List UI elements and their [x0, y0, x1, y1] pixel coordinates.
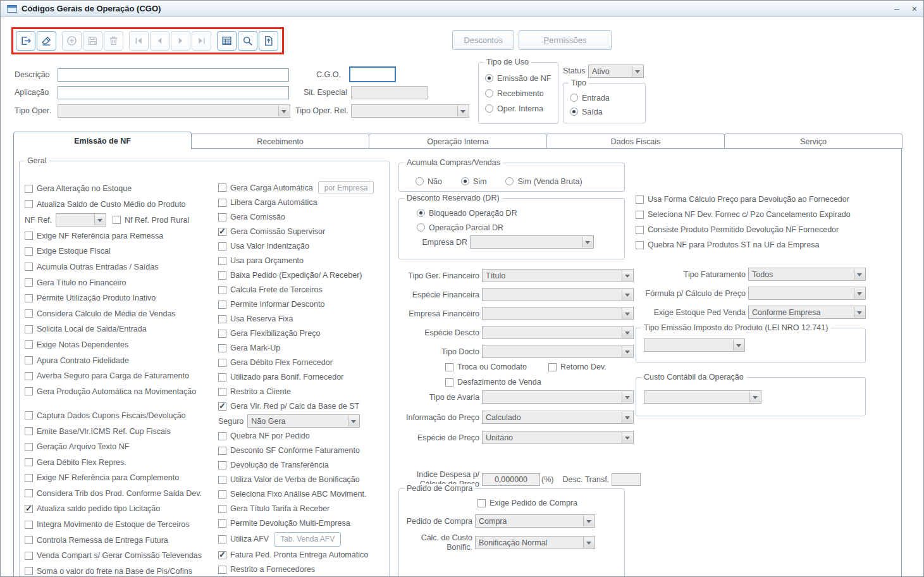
checkbox-row[interactable]: Devolução de Transferência [218, 459, 388, 471]
cgo-input[interactable] [349, 66, 396, 82]
field-dropdown[interactable]: Unitário [482, 431, 634, 444]
checkbox-row[interactable]: Usa para Orçamento [218, 254, 388, 267]
radio-row[interactable]: Operação Parcial DR [417, 222, 517, 233]
checkbox-row[interactable]: Calcula Frete de Terceiros [218, 283, 388, 296]
indice-despesa-input[interactable] [482, 473, 540, 486]
field-dropdown[interactable] [482, 345, 634, 358]
checkbox-row[interactable]: Seleciona Fixo Análise ABC Moviment. [218, 488, 388, 500]
last-record-button[interactable] [192, 31, 211, 51]
exige-pedido-compra-checkbox-row[interactable]: Exige Pedido de Compra [477, 497, 577, 509]
add-button[interactable] [62, 31, 82, 51]
tipo-emissao-imposto-dropdown[interactable] [644, 338, 745, 352]
next-record-button[interactable] [171, 31, 190, 51]
checkbox-row[interactable]: Gera Alteração no Estoque [25, 182, 216, 195]
tab[interactable]: Emissão de NF [13, 132, 192, 149]
utiliza-afv-checkbox-row[interactable]: Utiliza AFV [218, 533, 269, 545]
field-dropdown[interactable]: Título [482, 269, 634, 282]
field-dropdown[interactable] [482, 390, 634, 404]
checkbox-row[interactable]: Gera Produção Automática na Movimentação [25, 385, 216, 398]
checkbox-row[interactable]: Gera Comissão Supervisor [218, 225, 388, 238]
field-dropdown[interactable] [482, 288, 634, 301]
checkbox-row[interactable]: Captura Dados Cupons Fiscais/Devolução [25, 409, 216, 422]
checkbox-row[interactable]: Utilizado para Bonif. Fornecedor [218, 371, 388, 383]
checkbox-row[interactable]: Gera Título Tarifa à Receber [218, 502, 388, 515]
permissoes-button[interactable]: Permissões [519, 30, 612, 50]
descricao-input[interactable] [58, 68, 289, 82]
checkbox-row[interactable]: Gera Comissão [218, 211, 388, 223]
checkbox-row[interactable]: Gera Vlr. Red p/ Calc da Base de ST [218, 400, 388, 413]
minimize-button[interactable]: – [894, 4, 899, 14]
radio-row[interactable]: Não [416, 176, 442, 187]
radio-row[interactable]: Recebimento [485, 88, 558, 99]
checkbox-row[interactable]: Libera Carga Automática [218, 196, 388, 209]
field-dropdown[interactable]: Calculado [482, 411, 634, 424]
desc-transf-input[interactable] [612, 473, 641, 486]
checkbox-row[interactable]: Integra Movimento de Estoque de Terceiro… [25, 518, 216, 531]
field-dropdown[interactable] [482, 307, 634, 320]
save-button[interactable] [83, 31, 102, 51]
delete-button[interactable] [104, 31, 123, 51]
checkbox-row[interactable]: Consiste Produto Permitido Devolução NF … [636, 223, 890, 236]
checkbox-row[interactable]: Gera Débito Flex Fornecedor [218, 356, 388, 369]
checkbox-row[interactable]: Gera Título no Financeiro [25, 276, 216, 289]
checkbox-row[interactable]: Usa Forma Cálculo Preço para Devolução a… [636, 193, 890, 206]
exit-button[interactable] [16, 31, 35, 51]
radio-row[interactable]: Entrada [570, 92, 645, 103]
field-dropdown[interactable]: Conforme Empresa [748, 306, 866, 319]
radio-row[interactable]: Emissão de NF [485, 73, 558, 84]
checkbox-row[interactable]: Restrito a Cliente [218, 385, 388, 398]
checkbox-row[interactable]: Exige Estoque Fiscal [25, 245, 216, 257]
checkbox-row[interactable]: Solicita Local de Saida/Entrada [25, 323, 216, 335]
checkbox-row[interactable]: Controla Remessa de Entrega Futura [25, 534, 216, 547]
checkbox-row[interactable]: Fatura Ped. Pronta Entrega Automático [218, 549, 388, 561]
checkbox-row[interactable]: Exige NF Referência para Complemento [25, 471, 216, 484]
calc-custo-bonific-dropdown[interactable]: Bonificação Normal [475, 536, 595, 549]
search-button[interactable] [238, 31, 257, 51]
tipo-oper-rel-dropdown[interactable] [351, 104, 469, 118]
radio-row[interactable]: Oper. Interna [485, 103, 558, 114]
checkbox-row[interactable]: Desconto SF Conforme Faturamento [218, 444, 388, 457]
radio-row[interactable]: Bloqueado Operação DR [417, 208, 517, 218]
nf-ref-dropdown[interactable] [56, 213, 106, 226]
status-dropdown[interactable]: Ativo [588, 65, 644, 78]
descontos-button[interactable]: Descontos [452, 30, 514, 50]
checkbox-row[interactable]: Apura Contrato Fidelidade [25, 354, 216, 367]
grid-view-button[interactable] [217, 31, 237, 51]
retorno-dev-checkbox-row[interactable]: Retorno Dev. [548, 361, 607, 373]
checkbox-row[interactable]: Exige Notas Dependentes [25, 338, 216, 351]
radio-row[interactable]: Sim [461, 176, 487, 187]
nf-ref-rural-checkbox-row[interactable]: Nf Ref. Prod Rural [113, 214, 189, 226]
checkbox-row[interactable]: Baixa Pedido (Expedição/ A Receber) [218, 269, 388, 282]
checkbox-row[interactable]: Considera Cálculo de Média de Vendas [25, 307, 216, 320]
checkbox-row[interactable]: Restrito a Fornecedores [218, 563, 388, 576]
radio-row[interactable]: Saída [570, 106, 645, 117]
clear-button[interactable] [37, 31, 56, 51]
checkbox-row[interactable]: Averba Seguro para Carga de Faturamento [25, 369, 216, 382]
export-button[interactable] [259, 31, 278, 51]
empresa-dr-dropdown[interactable] [470, 235, 594, 249]
tab[interactable]: Dados Fiscais [546, 133, 725, 149]
checkbox-row[interactable]: Permite Devolução Multi-Empresa [218, 517, 388, 530]
close-button[interactable]: × [912, 4, 917, 14]
checkbox-row[interactable]: Exige NF Referência para Remessa [25, 230, 216, 242]
checkbox-row[interactable]: Emite Base/Vlr.ICMS Ref. Cup Fiscais [25, 425, 216, 438]
radio-row[interactable]: Sim (Venda Bruta) [505, 176, 582, 187]
custo-contabil-dropdown[interactable] [644, 390, 761, 404]
field-dropdown[interactable] [482, 326, 634, 339]
checkbox-row[interactable]: Acumula Outras Entradas / Saídas [25, 261, 216, 273]
checkbox-row[interactable]: Gera Mark-Up [218, 342, 388, 354]
tab-venda-afv-button[interactable]: Tab. Venda AFV [274, 532, 341, 547]
tab[interactable]: Serviço [724, 133, 902, 149]
checkbox-row[interactable]: Geração Arquivo Texto NF [25, 440, 216, 453]
tab[interactable]: Operação Interna [369, 133, 547, 149]
checkbox-row[interactable]: Quebra NF por Pedido [218, 430, 388, 442]
checkbox-row[interactable]: Atualiza Saldo de Custo Médio do Produto [25, 198, 216, 211]
checkbox-row[interactable]: Utiliza Valor de Verba de Bonificação [218, 473, 388, 486]
checkbox-row[interactable]: Soma o valor do frete na Base de Pis/Cof… [25, 565, 216, 577]
gera-carga-automatica-checkbox-row[interactable]: Gera Carga Automática [218, 182, 313, 194]
checkbox-row[interactable]: Permite Utilização Produto Inativo [25, 292, 216, 304]
checkbox-row[interactable]: Considera Trib dos Prod. Conforme Saída … [25, 487, 216, 500]
aplicacao-input[interactable] [58, 86, 289, 99]
sit-especial-input[interactable] [351, 86, 428, 99]
previous-record-button[interactable] [150, 31, 169, 51]
